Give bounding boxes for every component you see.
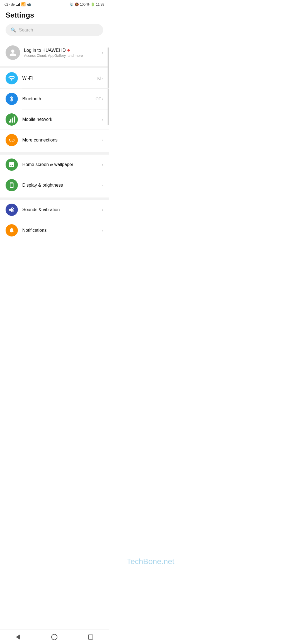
wifi-content: Wi-Fi	[22, 76, 97, 81]
wifi-title: Wi-Fi	[22, 76, 97, 81]
home-screen-title: Home screen & wallpaper	[22, 162, 102, 167]
wifi-right: Kl ›	[97, 76, 103, 80]
huawei-id-section: Log in to HUAWEI ID Access Cloud, AppGal…	[0, 42, 109, 64]
sounds-title: Sounds & vibration	[22, 207, 102, 212]
mobile-network-right: ›	[102, 117, 103, 122]
display-right: ›	[102, 183, 103, 187]
bluetooth-content: Bluetooth	[22, 96, 96, 101]
bluetooth-title: Bluetooth	[22, 96, 96, 101]
mobile-network-item[interactable]: Mobile network ›	[0, 109, 109, 130]
bluetooth-icon-circle	[6, 93, 18, 105]
bluetooth-right: Off ›	[96, 97, 103, 101]
wifi-chevron: ›	[102, 76, 103, 80]
sounds-content: Sounds & vibration	[22, 207, 102, 212]
more-connections-item[interactable]: More connections ›	[0, 130, 109, 150]
sound-section: Sounds & vibration › Notifications ›	[0, 200, 109, 240]
search-placeholder: Search	[19, 28, 33, 33]
wifi-icon-circle	[6, 72, 18, 84]
camera-icon: 📹	[27, 3, 31, 6]
huawei-id-chevron: ›	[102, 50, 103, 55]
more-connections-content: More connections	[22, 138, 102, 143]
time-label: 11:38	[96, 3, 104, 6]
avatar	[6, 45, 20, 60]
status-right: 📡 🔕 100 % 🔋 11:38	[69, 3, 104, 6]
notifications-right: ›	[102, 228, 103, 233]
section-divider-1	[0, 66, 109, 68]
section-divider-2	[0, 152, 109, 155]
search-container: 🔍 Search	[0, 24, 109, 42]
bluetooth-item[interactable]: Bluetooth Off ›	[0, 89, 109, 109]
display-chevron: ›	[102, 183, 103, 187]
wifi-value: Kl	[97, 76, 101, 80]
status-bar: o2 · de 📶 📹 📡 🔕 100 % 🔋 11:38	[0, 0, 109, 8]
section-divider-3	[0, 197, 109, 200]
mobile-network-title: Mobile network	[22, 117, 102, 122]
bluetooth-value: Off	[96, 97, 101, 101]
carrier-label: o2 · de	[4, 3, 15, 6]
sounds-item[interactable]: Sounds & vibration ›	[0, 200, 109, 220]
huawei-id-title: Log in to HUAWEI ID	[24, 48, 102, 53]
mobile-network-chevron: ›	[102, 117, 103, 122]
more-connections-icon-circle	[6, 134, 18, 146]
mobile-network-icon-circle	[6, 113, 18, 126]
home-screen-item[interactable]: Home screen & wallpaper ›	[0, 155, 109, 175]
notifications-content: Notifications	[22, 228, 102, 233]
notifications-chevron: ›	[102, 228, 103, 233]
home-screen-icon-circle	[6, 158, 18, 171]
connectivity-section: Wi-Fi Kl › Bluetooth Off ›	[0, 68, 109, 150]
more-connections-title: More connections	[22, 138, 102, 143]
sounds-right: ›	[102, 208, 103, 212]
appearance-section: Home screen & wallpaper › Display & brig…	[0, 155, 109, 195]
battery-label: 100 %	[80, 3, 89, 6]
huawei-id-content: Log in to HUAWEI ID Access Cloud, AppGal…	[24, 48, 102, 58]
more-connections-chevron: ›	[102, 138, 103, 142]
notifications-title: Notifications	[22, 228, 102, 233]
sounds-icon-circle	[6, 204, 18, 216]
mobile-network-icon	[9, 116, 15, 123]
home-screen-right: ›	[102, 162, 103, 167]
signal-icon	[16, 3, 20, 6]
huawei-id-item[interactable]: Log in to HUAWEI ID Access Cloud, AppGal…	[0, 42, 109, 64]
notification-dot	[67, 49, 70, 52]
display-content: Display & brightness	[22, 183, 102, 188]
display-item[interactable]: Display & brightness ›	[0, 175, 109, 195]
display-icon-circle	[6, 179, 18, 191]
search-bar[interactable]: 🔍 Search	[6, 24, 103, 36]
home-screen-chevron: ›	[102, 162, 103, 167]
wifi-item[interactable]: Wi-Fi Kl ›	[0, 68, 109, 89]
notifications-icon-circle	[6, 224, 18, 236]
home-screen-content: Home screen & wallpaper	[22, 162, 102, 167]
more-connections-right: ›	[102, 138, 103, 142]
mute-icon: 🔕	[75, 3, 79, 6]
notifications-item[interactable]: Notifications ›	[0, 220, 109, 240]
sounds-chevron: ›	[102, 208, 103, 212]
battery-icon: 🔋	[91, 3, 95, 6]
search-icon: 🔍	[11, 27, 16, 33]
wifi-status-icon: 📶	[21, 2, 26, 6]
status-left: o2 · de 📶 📹	[4, 2, 31, 6]
cast-icon: 📡	[69, 3, 74, 6]
page-title: Settings	[0, 8, 109, 24]
chevron-icon: ›	[102, 50, 103, 55]
huawei-id-subtitle: Access Cloud, AppGallery, and more	[24, 53, 102, 58]
display-title: Display & brightness	[22, 183, 102, 188]
mobile-network-content: Mobile network	[22, 117, 102, 122]
bluetooth-chevron: ›	[102, 97, 103, 101]
